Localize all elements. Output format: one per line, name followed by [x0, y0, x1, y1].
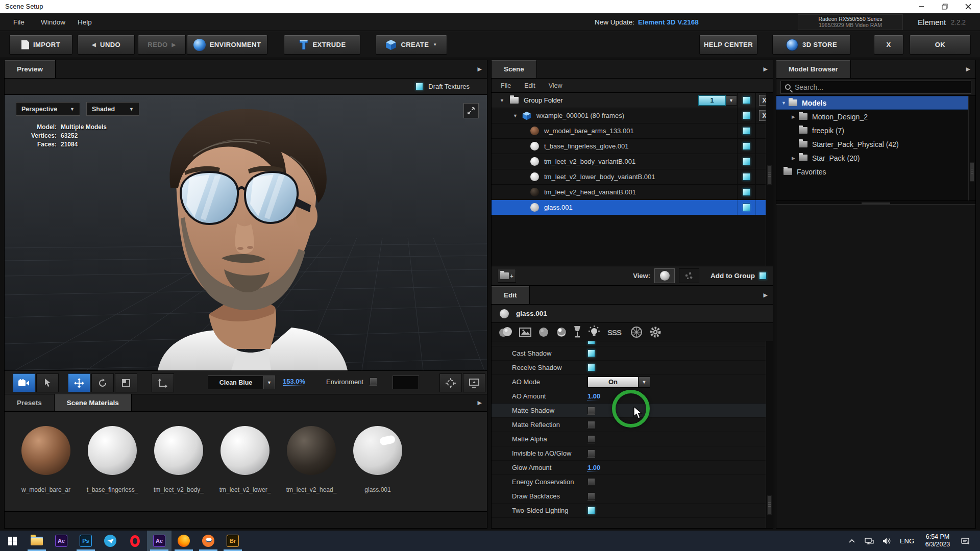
tab-scene[interactable]: Scene [492, 60, 537, 78]
material-thumbnail[interactable]: t_base_fingerless_ [79, 426, 145, 511]
focus-target-button[interactable] [439, 373, 462, 392]
glow-amount-value[interactable]: 1.00 [587, 464, 600, 472]
menu-file[interactable]: File [7, 13, 31, 31]
energy-conservation-checkbox[interactable] [587, 478, 595, 486]
tray-network-icon[interactable] [862, 531, 877, 551]
group-count-dropdown[interactable]: 1 ▼ [698, 95, 737, 106]
new-group-button[interactable]: + [498, 269, 516, 283]
view-scatter-button[interactable] [679, 268, 699, 283]
browser-item-models[interactable]: ▼ Models [776, 96, 975, 110]
panel-expand-arrow-icon[interactable]: ▶ [966, 60, 975, 78]
visibility-checkbox[interactable] [743, 112, 750, 119]
ao-mode-dropdown[interactable]: On [587, 377, 639, 388]
environment-checkbox[interactable] [370, 378, 377, 385]
tree-row-material[interactable]: w_model_bare_arms_133.001 [492, 123, 773, 139]
panel-expand-arrow-icon[interactable]: ▶ [478, 394, 487, 411]
scrollbar-thumb[interactable] [970, 162, 974, 182]
extrude-button[interactable]: EXTRUDE [284, 35, 360, 55]
fullscreen-icon[interactable] [463, 103, 479, 118]
draft-textures-checkbox[interactable] [415, 83, 423, 90]
view-spheres-button[interactable] [654, 268, 675, 283]
taskbar-photoshop[interactable]: Ps [74, 531, 98, 551]
import-button[interactable]: IMPORT [9, 35, 72, 55]
browser-splitter[interactable] [776, 201, 975, 205]
undo-button[interactable]: ◀ UNDO [78, 35, 135, 55]
taskbar-file-explorer[interactable] [24, 531, 49, 551]
matte-shadow-checkbox[interactable] [587, 407, 595, 414]
create-button[interactable]: CREATE ▼ [376, 35, 447, 55]
zoom-value[interactable]: 153.0% [283, 378, 305, 386]
ok-button[interactable]: OK [910, 35, 971, 55]
rotate-tool-button[interactable] [91, 373, 114, 392]
visibility-checkbox[interactable] [743, 204, 750, 211]
store-button[interactable]: 3D STORE [772, 35, 851, 55]
tree-row-material-selected[interactable]: glass.001 [492, 200, 773, 215]
tab-model-browser[interactable]: Model Browser [776, 60, 851, 78]
ao-amount-value[interactable]: 1.00 [587, 392, 600, 400]
close-button[interactable] [957, 0, 980, 13]
tree-row-material[interactable]: tm_leet_v2_body_variantB.001 [492, 154, 773, 169]
browser-scrollbar[interactable] [968, 96, 975, 201]
visibility-checkbox[interactable] [743, 96, 750, 104]
texture-icon[interactable] [519, 326, 532, 338]
panel-expand-arrow-icon[interactable]: ▶ [764, 60, 773, 78]
move-tool-button[interactable] [68, 373, 90, 392]
restore-button[interactable] [933, 0, 957, 13]
environment-button[interactable]: ENVIRONMENT [187, 35, 267, 55]
update-notice[interactable]: New Update: Element 3D V.2168 [595, 13, 699, 31]
visibility-checkbox[interactable] [743, 158, 750, 165]
material-thumbnail[interactable]: tm_leet_v2_body_ [145, 426, 212, 511]
tray-clock[interactable]: 6:54 PM 6/3/2023 [920, 533, 955, 548]
scale-tool-button[interactable] [115, 373, 137, 392]
menu-window[interactable]: Window [35, 13, 71, 31]
edit-scrollbar[interactable] [766, 341, 773, 528]
material-thumbnail[interactable]: tm_leet_v2_lower_ [212, 426, 278, 511]
browser-item[interactable]: Starter_Pack_Physical (42) [776, 137, 975, 151]
browser-item[interactable]: ▶ Star_Pack (20) [776, 151, 975, 165]
panel-expand-arrow-icon[interactable]: ▶ [478, 60, 487, 78]
search-input[interactable]: Search... [780, 81, 971, 94]
scene-scrollbar[interactable] [766, 93, 773, 266]
cancel-button[interactable]: X [874, 35, 903, 55]
tab-edit[interactable]: Edit [492, 286, 530, 304]
taskbar-after-effects[interactable]: Ae [49, 531, 74, 551]
axis-tool-button[interactable] [152, 373, 174, 392]
tray-language[interactable]: ENG [896, 537, 918, 545]
taskbar-firefox[interactable] [172, 531, 196, 551]
physical-sphere-icon[interactable] [630, 325, 643, 339]
advanced-gear-icon[interactable] [649, 325, 662, 339]
tree-row-group-folder[interactable]: ▼ Group Folder 1 ▼ X [492, 93, 773, 108]
browser-item[interactable]: freepik (7) [776, 123, 975, 137]
taskbar-after-effects-active[interactable]: Ae [147, 531, 172, 551]
scene-menu-file[interactable]: File [501, 82, 511, 89]
camera-tool-button[interactable] [13, 373, 35, 392]
material-thumbnail[interactable]: glass.001 [345, 426, 411, 511]
visibility-checkbox[interactable] [743, 127, 750, 135]
tab-scene-materials[interactable]: Scene Materials [55, 394, 132, 411]
tree-row-material[interactable]: tm_leet_v2_lower_body_variantB.001 [492, 169, 773, 185]
illumination-icon[interactable] [587, 325, 601, 339]
minimize-button[interactable] [910, 0, 933, 13]
tab-preview[interactable]: Preview [5, 60, 56, 78]
two-sided-lighting-checkbox[interactable] [587, 507, 595, 514]
tab-presets[interactable]: Presets [5, 394, 55, 411]
scrollbar-thumb[interactable] [767, 495, 772, 515]
add-to-group-checkbox[interactable] [759, 272, 767, 280]
menu-help[interactable]: Help [71, 13, 98, 31]
cast-shadow-checkbox[interactable] [587, 349, 595, 357]
scrollbar-thumb[interactable] [767, 165, 772, 185]
caret-right-icon[interactable]: ▶ [792, 156, 799, 161]
background-color-swatch[interactable] [393, 375, 419, 389]
taskbar-bridge[interactable]: Br [220, 531, 245, 551]
tray-chevron-icon[interactable] [844, 531, 860, 551]
visibility-checkbox[interactable] [743, 173, 750, 181]
taskbar-blender[interactable] [196, 531, 220, 551]
panel-expand-arrow-icon[interactable]: ▶ [764, 286, 773, 304]
shading-mode-dropdown[interactable]: Shaded▼ [86, 102, 139, 116]
redo-button[interactable]: REDO ▶ [138, 35, 186, 55]
basic-settings-icon[interactable] [498, 326, 513, 338]
invisible-ao-glow-checkbox[interactable] [587, 449, 595, 457]
viewport-3d[interactable]: Perspective▼ Shaded▼ Model:Multiple Mode… [5, 95, 487, 370]
tree-row-material[interactable]: tm_leet_v2_head_variantB.001 [492, 185, 773, 200]
help-center-button[interactable]: HELP CENTER [699, 35, 757, 55]
